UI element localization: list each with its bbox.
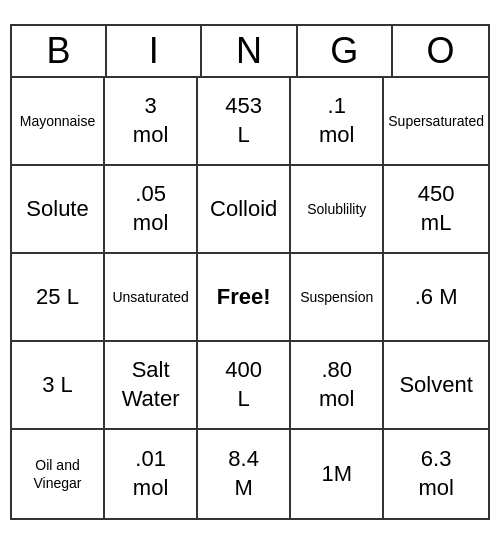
bingo-cell-6: .05mol [105, 166, 198, 254]
bingo-cell-18: .80mol [291, 342, 384, 430]
cell-text-15: 3 L [42, 371, 73, 400]
cell-text-0: Mayonnaise [20, 112, 96, 130]
cell-text-16: SaltWater [122, 356, 180, 413]
cell-text-13: Suspension [300, 288, 373, 306]
cell-text-17: 400L [225, 356, 262, 413]
cell-text-12: Free! [217, 283, 271, 312]
cell-text-24: 6.3mol [418, 445, 453, 502]
bingo-cell-7: Colloid [198, 166, 291, 254]
bingo-cell-19: Solvent [384, 342, 488, 430]
cell-text-7: Colloid [210, 195, 277, 224]
bingo-cell-21: .01mol [105, 430, 198, 518]
header-letter-O: O [393, 26, 488, 76]
bingo-cell-4: Supersaturated [384, 78, 488, 166]
bingo-cell-17: 400L [198, 342, 291, 430]
cell-text-11: Unsaturated [112, 288, 188, 306]
bingo-header: BINGO [12, 26, 488, 78]
bingo-cell-12: Free! [198, 254, 291, 342]
cell-text-22: 8.4M [228, 445, 259, 502]
cell-text-21: .01mol [133, 445, 168, 502]
cell-text-20: Oil andVinegar [34, 456, 82, 492]
header-letter-I: I [107, 26, 202, 76]
bingo-cell-8: Solublility [291, 166, 384, 254]
header-letter-N: N [202, 26, 297, 76]
bingo-cell-24: 6.3mol [384, 430, 488, 518]
cell-text-10: 25 L [36, 283, 79, 312]
bingo-cell-22: 8.4M [198, 430, 291, 518]
bingo-cell-20: Oil andVinegar [12, 430, 105, 518]
bingo-cell-5: Solute [12, 166, 105, 254]
bingo-cell-15: 3 L [12, 342, 105, 430]
cell-text-18: .80mol [319, 356, 354, 413]
bingo-grid: Mayonnaise3mol453L.1molSupersaturatedSol… [12, 78, 488, 518]
bingo-cell-1: 3mol [105, 78, 198, 166]
bingo-cell-3: .1mol [291, 78, 384, 166]
cell-text-23: 1M [321, 460, 352, 489]
bingo-cell-11: Unsaturated [105, 254, 198, 342]
bingo-cell-10: 25 L [12, 254, 105, 342]
cell-text-14: .6 M [415, 283, 458, 312]
bingo-cell-16: SaltWater [105, 342, 198, 430]
cell-text-1: 3mol [133, 92, 168, 149]
cell-text-5: Solute [26, 195, 88, 224]
cell-text-8: Solublility [307, 200, 366, 218]
cell-text-4: Supersaturated [388, 112, 484, 130]
bingo-cell-23: 1M [291, 430, 384, 518]
bingo-cell-14: .6 M [384, 254, 488, 342]
bingo-cell-13: Suspension [291, 254, 384, 342]
cell-text-2: 453L [225, 92, 262, 149]
bingo-cell-0: Mayonnaise [12, 78, 105, 166]
bingo-cell-9: 450mL [384, 166, 488, 254]
cell-text-9: 450mL [418, 180, 455, 237]
bingo-card: BINGO Mayonnaise3mol453L.1molSupersatura… [10, 24, 490, 520]
cell-text-19: Solvent [399, 371, 472, 400]
header-letter-G: G [298, 26, 393, 76]
cell-text-3: .1mol [319, 92, 354, 149]
cell-text-6: .05mol [133, 180, 168, 237]
header-letter-B: B [12, 26, 107, 76]
bingo-cell-2: 453L [198, 78, 291, 166]
